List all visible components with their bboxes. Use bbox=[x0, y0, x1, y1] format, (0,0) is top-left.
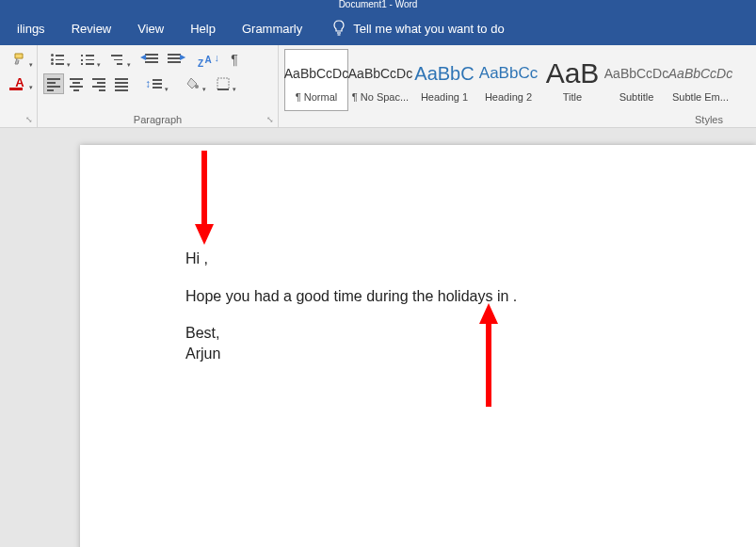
numbering-button[interactable]: ▾ bbox=[73, 49, 102, 70]
tell-me-label: Tell me what you want to do bbox=[353, 22, 504, 36]
bullets-button[interactable]: ▾ bbox=[43, 49, 72, 70]
tell-me-search[interactable]: Tell me what you want to do bbox=[332, 20, 504, 37]
doc-greeting[interactable]: Hi , bbox=[185, 249, 517, 269]
doc-closing[interactable]: Best, bbox=[185, 323, 517, 344]
style-subtle-em-[interactable]: AaBbCcDcSubtle Em... bbox=[668, 49, 732, 111]
group-styles: AaBbCcDc¶ NormalAaBbCcDc¶ No Spac...AaBb… bbox=[279, 45, 756, 127]
style-subtitle[interactable]: AaBbCcDcSubtitle bbox=[604, 49, 668, 111]
tab-help[interactable]: Help bbox=[177, 11, 229, 45]
sort-button[interactable]: A Z ↓ bbox=[194, 49, 222, 70]
lightbulb-icon bbox=[332, 20, 346, 37]
style-sample: AaBbCcDc bbox=[284, 57, 348, 89]
tab-view[interactable]: View bbox=[124, 11, 177, 45]
doc-body[interactable]: Hope you had a good time during the holi… bbox=[185, 286, 517, 307]
increase-indent-button[interactable]: ▶ bbox=[164, 49, 185, 70]
style-name-label: Title bbox=[563, 91, 582, 103]
show-marks-button[interactable]: ¶ bbox=[224, 49, 245, 70]
style-sample: AaBbCc bbox=[479, 57, 538, 89]
style--normal[interactable]: AaBbCcDc¶ Normal bbox=[284, 49, 348, 111]
svg-point-2 bbox=[195, 85, 199, 88]
align-justify-button[interactable] bbox=[111, 73, 132, 94]
style-sample: AaB bbox=[546, 57, 600, 89]
style-name-label: ¶ Normal bbox=[296, 91, 337, 103]
font-color-button[interactable]: A ▾ bbox=[6, 72, 34, 92]
group-paragraph: ▾ ▾ ▾ bbox=[38, 45, 279, 127]
paragraph-launcher[interactable]: ⤡ bbox=[265, 114, 276, 125]
group-clipboard: ▾ A ▾ ⤡ bbox=[0, 45, 38, 127]
tab-review[interactable]: Review bbox=[58, 11, 125, 45]
format-painter-button[interactable]: ▾ bbox=[6, 49, 34, 70]
styles-gallery[interactable]: AaBbCcDc¶ NormalAaBbCcDc¶ No Spac...AaBb… bbox=[284, 49, 750, 111]
tab-grammarly[interactable]: Grammarly bbox=[229, 11, 315, 45]
style-name-label: Heading 2 bbox=[485, 91, 532, 103]
align-right-button[interactable] bbox=[88, 73, 109, 94]
align-center-button[interactable] bbox=[66, 73, 87, 94]
style-heading-1[interactable]: AaBbCHeading 1 bbox=[412, 49, 476, 111]
page-body[interactable]: Hi , Hope you had a good time during the… bbox=[185, 249, 517, 363]
tab-mailings[interactable]: ilings bbox=[4, 11, 58, 45]
window-title: Document1 - Word bbox=[339, 0, 418, 9]
style-name-label: Subtitle bbox=[619, 91, 654, 103]
borders-button[interactable]: ▾ bbox=[209, 73, 237, 94]
decrease-indent-button[interactable]: ◀ bbox=[141, 49, 162, 70]
style-sample: AaBbCcDc bbox=[668, 57, 732, 89]
style--no-spac-[interactable]: AaBbCcDc¶ No Spac... bbox=[348, 49, 412, 111]
ribbon-tabs: ilings Review View Help Grammarly Tell m… bbox=[0, 11, 756, 45]
line-spacing-button[interactable]: ↕ ▾ bbox=[141, 73, 169, 94]
align-left-button[interactable] bbox=[43, 73, 64, 94]
style-name-label: ¶ No Spac... bbox=[352, 91, 409, 103]
shading-button[interactable]: ▾ bbox=[179, 73, 207, 94]
page[interactable]: Hi , Hope you had a good time during the… bbox=[80, 145, 756, 547]
svg-marker-6 bbox=[195, 224, 214, 245]
style-name-label: Heading 1 bbox=[421, 91, 468, 103]
document-canvas[interactable]: Hi , Hope you had a good time during the… bbox=[0, 128, 756, 547]
style-name-label: Subtle Em... bbox=[672, 91, 729, 103]
style-title[interactable]: AaBTitle bbox=[540, 49, 604, 111]
annotation-arrow-down bbox=[193, 151, 216, 245]
title-bar: Document1 - Word bbox=[0, 0, 756, 11]
styles-group-label: Styles bbox=[681, 114, 737, 125]
doc-signature[interactable]: Arjun bbox=[185, 344, 517, 364]
ribbon: ▾ A ▾ ⤡ ▾ bbox=[0, 45, 756, 128]
style-sample: AaBbC bbox=[414, 57, 474, 89]
style-heading-2[interactable]: AaBbCcHeading 2 bbox=[476, 49, 540, 111]
multilevel-list-button[interactable]: ▾ bbox=[104, 49, 132, 70]
clipboard-launcher[interactable]: ⤡ bbox=[24, 114, 35, 125]
style-sample: AaBbCcDc bbox=[348, 57, 412, 89]
paragraph-group-label: Paragraph bbox=[38, 114, 278, 125]
svg-rect-3 bbox=[217, 78, 229, 89]
style-sample: AaBbCcDc bbox=[604, 57, 668, 89]
